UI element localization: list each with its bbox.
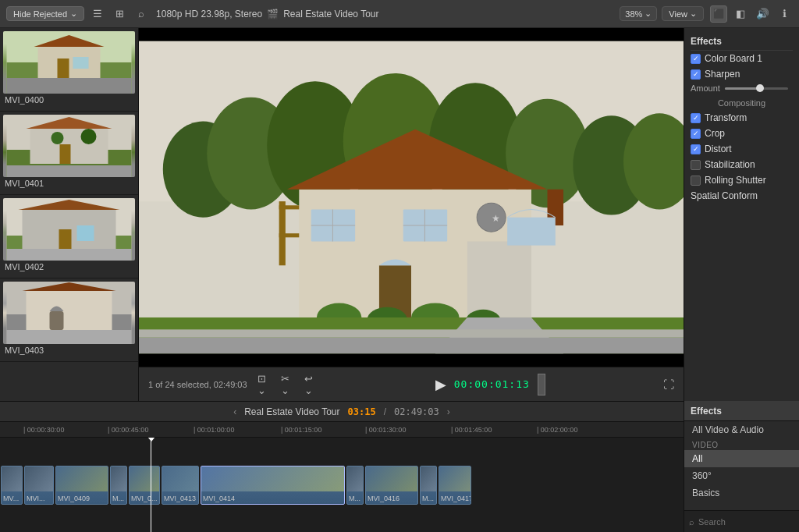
inspector-distort[interactable]: ✓ Distort xyxy=(691,141,793,157)
view-toggle-button[interactable]: ☰ xyxy=(89,5,106,23)
timeline-clip-0[interactable]: MV... xyxy=(1,466,23,505)
timeline-clip-5[interactable]: MVI_0413 xyxy=(162,466,199,505)
chevron-down-icon: ⌄ xyxy=(70,9,77,19)
search-icon: ⌕ xyxy=(689,517,694,527)
view-menu-button[interactable]: View ⌄ xyxy=(662,6,704,21)
inspector-transform[interactable]: ✓ Transform xyxy=(691,110,793,126)
timeline-area: ‹ Real Estate Video Tour 03:15 / 02:49:0… xyxy=(0,401,684,532)
clip-thumb-0402 xyxy=(3,198,135,261)
timeline-tracks[interactable]: MV... MVI... MVI_0409 M... MVI_0... xyxy=(0,438,684,532)
rolling-shutter-checkbox[interactable] xyxy=(691,176,701,186)
all-label: All xyxy=(692,453,702,464)
play-button[interactable]: ▶ xyxy=(435,376,446,393)
amount-slider-knob[interactable] xyxy=(756,84,764,92)
svg-rect-61 xyxy=(139,338,684,354)
video-preview[interactable]: ★ xyxy=(139,28,684,367)
effects-video-group: VIDEO xyxy=(684,438,799,450)
clip-label: M... xyxy=(347,495,362,504)
chevron-down-icon: ⌄ xyxy=(645,9,652,19)
clip-item-0400[interactable]: MVI_0400 xyxy=(0,28,138,112)
inspector-crop[interactable]: ✓ Crop xyxy=(691,126,793,141)
ruler-tick-6: | 00:02:00:00 xyxy=(537,426,577,434)
clip-thumb-bg xyxy=(347,466,363,491)
timeline-clip-8[interactable]: MVI_0416 xyxy=(365,466,418,505)
timeline-separator: / xyxy=(384,406,386,417)
clip-label-0401: MVI_0401 xyxy=(3,177,135,191)
effects-360[interactable]: 360° xyxy=(684,467,799,484)
clip-item-0402[interactable]: MVI_0402 xyxy=(0,195,138,278)
effects-all-video-audio[interactable]: All Video & Audio xyxy=(684,421,799,438)
preview-controls: 1 of 24 selected, 02:49:03 ⊡ ⌄ ✂ ⌄ ↩ ⌄ ▶… xyxy=(139,367,684,401)
preview-scene: ★ xyxy=(139,28,684,367)
crop-checkbox[interactable]: ✓ xyxy=(691,129,701,139)
hide-rejected-button[interactable]: Hide Rejected ⌄ xyxy=(6,6,84,21)
info-button[interactable]: ℹ xyxy=(776,5,793,23)
fullscreen-button[interactable]: ⛶ xyxy=(663,378,674,391)
effects-all[interactable]: All xyxy=(684,450,799,467)
inspector-rolling-shutter[interactable]: Rolling Shutter xyxy=(691,172,793,188)
chevron-down-icon: ⌄ xyxy=(690,9,697,19)
effects-basics[interactable]: Basics xyxy=(684,484,799,502)
preview-area: ★ 1 of 24 selected, 02:49:03 ⊡ ⌄ xyxy=(139,28,684,401)
color-board-checkbox[interactable]: ✓ xyxy=(691,54,701,64)
project-title: Real Estate Video Tour xyxy=(283,9,378,20)
clip-thumb-0403 xyxy=(3,282,135,344)
search-button[interactable]: ⌕ xyxy=(133,5,150,23)
svg-rect-38 xyxy=(279,201,286,265)
timeline-clip-10[interactable]: MVI_0417 xyxy=(439,466,471,505)
thumb-image-0403 xyxy=(3,282,135,344)
timeline-clip-9[interactable]: M... xyxy=(420,466,437,505)
clip-label-0400: MVI_0400 xyxy=(3,94,135,108)
clip-item-0401[interactable]: MVI_0401 xyxy=(0,112,138,195)
amount-slider[interactable] xyxy=(725,87,788,90)
svg-rect-14 xyxy=(7,165,132,177)
main-area: MVI_0400 MVI_0401 xyxy=(0,28,799,401)
effects-search-input[interactable] xyxy=(698,517,799,527)
timecode-display: 00:00:01:13 xyxy=(454,378,530,390)
photo-icon-button[interactable]: ◧ xyxy=(732,5,749,23)
undo-button[interactable]: ↩ ⌄ xyxy=(300,376,318,393)
inspector-sharpen[interactable]: ✓ Sharpen xyxy=(691,66,793,82)
house-svg-0400 xyxy=(3,31,135,94)
inspector-color-board[interactable]: ✓ Color Board 1 xyxy=(691,51,793,66)
timeline-position: 03:15 xyxy=(348,406,376,417)
inspector-panel: Effects ✓ Color Board 1 ✓ Sharpen Amount xyxy=(684,28,799,401)
transform-checkbox[interactable]: ✓ xyxy=(691,113,701,123)
share-button[interactable]: ⬛ xyxy=(710,5,727,23)
thumb-image-0402 xyxy=(3,198,135,261)
timeline-next-button[interactable]: › xyxy=(447,406,450,417)
inspector-stabilization[interactable]: Stabilization xyxy=(691,157,793,172)
bottom-section: ‹ Real Estate Video Tour 03:15 / 02:49:0… xyxy=(0,401,799,532)
clip-item-0403[interactable]: MVI_0403 xyxy=(0,278,138,362)
timeline-clip-1[interactable]: MVI... xyxy=(24,466,54,505)
svg-rect-26 xyxy=(50,311,64,330)
transport-center: ▶ 00:00:01:13 xyxy=(324,374,657,395)
rolling-shutter-label: Rolling Shutter xyxy=(705,175,766,186)
svg-rect-19 xyxy=(59,229,72,249)
stabilization-checkbox[interactable] xyxy=(691,160,701,170)
clip-thumb-0400 xyxy=(3,31,135,94)
grid-view-button[interactable]: ⊞ xyxy=(111,5,128,23)
timeline-clip-3[interactable]: M... xyxy=(110,466,127,505)
distort-checkbox[interactable]: ✓ xyxy=(691,144,701,154)
timeline-clip-2[interactable]: MVI_0409 xyxy=(55,466,108,505)
timeline-clip-6[interactable]: MVI_0414 xyxy=(201,466,345,505)
svg-rect-20 xyxy=(77,225,94,241)
timeline-clip-7[interactable]: M... xyxy=(346,466,364,505)
timeline-clip-4[interactable]: MVI_0... xyxy=(129,466,160,505)
clip-thumb-bg xyxy=(56,466,108,491)
sharpen-checkbox[interactable]: ✓ xyxy=(691,69,701,80)
house-svg-0403 xyxy=(3,282,135,344)
view-options-button[interactable]: ⊡ ⌄ xyxy=(254,376,271,393)
zoom-percentage-button[interactable]: 38% ⌄ xyxy=(620,6,657,21)
stabilization-label: Stabilization xyxy=(705,159,755,170)
svg-rect-62 xyxy=(139,329,684,337)
timeline-prev-button[interactable]: ‹ xyxy=(233,406,236,417)
clip-thumb-bg xyxy=(130,466,159,491)
audio-button[interactable]: 🔊 xyxy=(754,5,771,23)
inspector-spatial-conform[interactable]: Spatial Conform xyxy=(691,188,793,204)
svg-text:★: ★ xyxy=(492,213,500,224)
basics-label: Basics xyxy=(692,488,719,498)
effects-categories: All Video & Audio VIDEO All 360° Basics xyxy=(684,421,799,510)
trim-button[interactable]: ✂ ⌄ xyxy=(277,376,294,393)
